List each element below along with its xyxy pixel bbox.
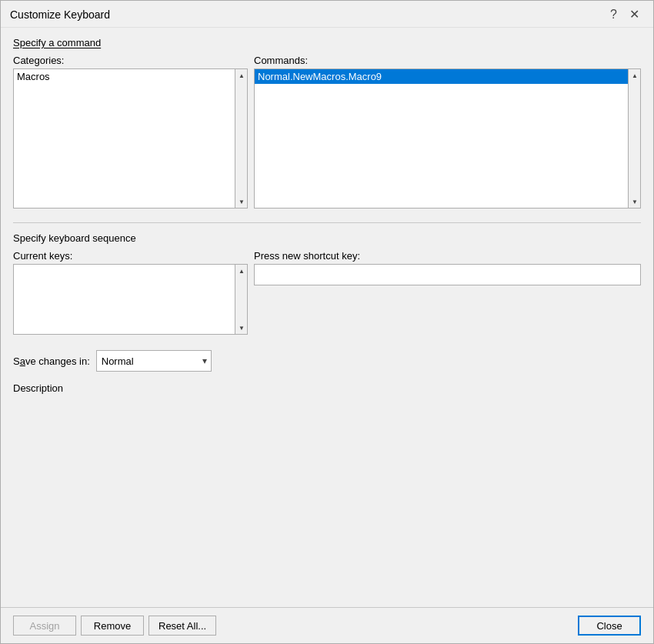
specify-command-header: Specify a command	[13, 37, 641, 48]
shortcut-label: Press new shortcut key:	[254, 250, 641, 262]
title-bar-left: Customize Keyboard	[10, 8, 110, 21]
title-bar-buttons: ? ✕	[606, 7, 644, 22]
commands-scrollbar: ▲ ▼	[628, 69, 640, 208]
description-label: Description	[13, 382, 641, 394]
commands-column: Commands: Normal.NewMacros.Macro9 ▲ ▼	[254, 55, 641, 209]
dialog-body: Specify a command Categories: Macros ▲ ▼	[1, 28, 653, 607]
dialog-close-button[interactable]: ✕	[625, 7, 644, 22]
list-item[interactable]: Macros	[14, 69, 235, 84]
save-changes-row: Save changes in: Normal	[13, 350, 641, 372]
bottom-bar: Assign Remove Reset All... Close	[1, 607, 653, 643]
remove-button[interactable]: Remove	[81, 616, 144, 636]
save-changes-select[interactable]: Normal	[96, 350, 212, 372]
categories-label: Categories:	[13, 55, 248, 66]
categories-listbox[interactable]: Macros	[14, 69, 235, 208]
current-keys-list-container: ▲ ▼	[13, 264, 248, 335]
description-section: Description	[13, 382, 641, 397]
separator-1	[13, 222, 641, 223]
reset-all-button[interactable]: Reset All...	[148, 616, 216, 636]
current-keys-scrollbar: ▲ ▼	[235, 265, 247, 334]
categories-column: Categories: Macros ▲ ▼	[13, 55, 248, 209]
customize-keyboard-dialog: Customize Keyboard ? ✕ Specify a command…	[0, 0, 654, 644]
close-button[interactable]: Close	[578, 616, 641, 636]
categories-list-container: Macros ▲ ▼	[13, 68, 248, 209]
commands-label: Commands:	[254, 55, 641, 66]
save-changes-select-wrapper: Normal	[96, 350, 212, 372]
list-item[interactable]: Normal.NewMacros.Macro9	[255, 69, 628, 84]
categories-scroll-up[interactable]: ▲	[235, 69, 248, 82]
save-changes-label: Save changes in:	[13, 355, 90, 367]
commands-scroll-down[interactable]: ▼	[629, 195, 641, 208]
dialog-title: Customize Keyboard	[10, 8, 110, 21]
keyboard-section: Specify keyboard sequence Current keys: …	[13, 232, 641, 335]
body-spacer	[13, 406, 641, 598]
shortcut-key-input[interactable]	[254, 264, 641, 285]
keyboard-sequence-header: Specify keyboard sequence	[13, 232, 641, 244]
current-keys-listbox[interactable]	[14, 265, 235, 334]
current-keys-scroll-up[interactable]: ▲	[235, 265, 248, 277]
keyboard-columns: Current keys: ▲ ▼ Press new shortcut key…	[13, 250, 641, 335]
categories-scrollbar: ▲ ▼	[235, 69, 247, 208]
commands-scroll-up[interactable]: ▲	[629, 69, 641, 82]
shortcut-column: Press new shortcut key:	[254, 250, 641, 335]
title-bar: Customize Keyboard ? ✕	[1, 1, 653, 28]
commands-listbox[interactable]: Normal.NewMacros.Macro9	[255, 69, 628, 208]
commands-list-container: Normal.NewMacros.Macro9 ▲ ▼	[254, 68, 641, 209]
current-keys-column: Current keys: ▲ ▼	[13, 250, 248, 335]
help-button[interactable]: ?	[606, 7, 622, 22]
categories-scroll-down[interactable]: ▼	[235, 195, 248, 208]
current-keys-label: Current keys:	[13, 250, 248, 262]
assign-button[interactable]: Assign	[13, 616, 76, 636]
current-keys-scroll-down[interactable]: ▼	[235, 322, 248, 334]
specify-command-columns: Categories: Macros ▲ ▼ Commands:	[13, 55, 641, 209]
